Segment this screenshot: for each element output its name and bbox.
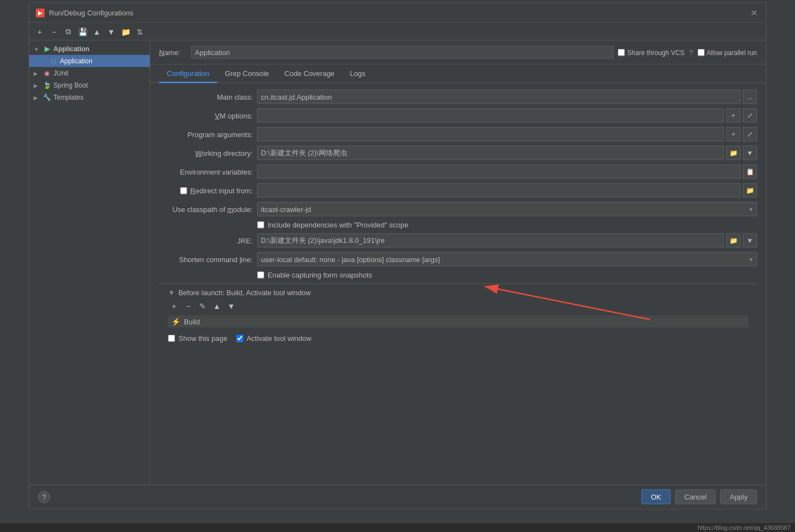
app-group-icon: ▶: [42, 45, 51, 53]
enable-snapshots-checkbox[interactable]: [257, 272, 264, 279]
activate-window-label[interactable]: Activate tool window: [236, 334, 312, 343]
remove-config-button[interactable]: −: [48, 25, 60, 37]
main-class-row: Main class: ...: [159, 90, 757, 104]
cancel-button[interactable]: Cancel: [675, 490, 716, 504]
tab-grep-console[interactable]: Grep Console: [217, 65, 276, 83]
close-button[interactable]: ✕: [750, 8, 759, 17]
main-class-label: Main class:: [159, 93, 253, 101]
sidebar-spring-label: Spring Boot: [53, 82, 88, 89]
vcs-help-icon: ?: [689, 48, 693, 57]
name-label: Name:: [159, 48, 187, 57]
main-class-input[interactable]: [257, 90, 740, 104]
classpath-module-label: Use classpath of module:: [159, 205, 253, 213]
activate-window-checkbox[interactable]: [236, 335, 243, 342]
redirect-input-browse-button[interactable]: 📁: [743, 183, 757, 198]
build-item: ⚡ Build: [168, 316, 748, 328]
tab-logs[interactable]: Logs: [342, 65, 373, 83]
build-icon: ⚡: [171, 317, 181, 326]
sidebar-junit-label: JUnit: [53, 69, 68, 77]
jre-input[interactable]: [257, 234, 724, 248]
enable-snapshots-label: Enable capturing form snapshots: [268, 271, 372, 279]
before-launch-remove-button[interactable]: −: [182, 300, 194, 312]
sort-button[interactable]: ⇅: [134, 25, 146, 37]
program-args-expand2-button[interactable]: ⤢: [743, 127, 757, 142]
sidebar-item-templates[interactable]: ▶ 🔧 Templates: [29, 91, 150, 104]
show-page-label[interactable]: Show this page: [168, 334, 227, 343]
program-args-field: + ⤢: [257, 127, 757, 142]
copy-config-button[interactable]: ⧉: [62, 25, 74, 37]
tab-configuration[interactable]: Configuration: [159, 65, 217, 83]
sidebar-item-junit[interactable]: ▶ ◉ JUnit: [29, 67, 150, 79]
spring-icon: 🍃: [42, 81, 51, 90]
allow-parallel-checkbox[interactable]: [698, 49, 705, 56]
jre-browse-button[interactable]: 📁: [726, 234, 740, 248]
share-vcs-label[interactable]: Share through VCS: [618, 48, 684, 56]
before-launch-section: ▼ Before launch: Build, Activate tool wi…: [159, 289, 757, 328]
program-args-expand-button[interactable]: +: [726, 127, 740, 142]
before-launch-label: Before launch: Build, Activate tool wind…: [178, 289, 311, 297]
working-dir-field: 📁 ▼: [257, 146, 757, 160]
env-vars-field: 📋: [257, 165, 757, 179]
shorten-cmd-select[interactable]: user-local default: none - java [options…: [257, 252, 757, 267]
ok-button[interactable]: OK: [641, 490, 671, 504]
allow-parallel-label[interactable]: Allow parallel run: [698, 48, 757, 56]
move-down-button[interactable]: ▼: [105, 25, 117, 37]
templates-icon: 🔧: [42, 93, 51, 102]
spring-expand-icon: ▶: [34, 82, 40, 88]
include-dependencies-checkbox[interactable]: [257, 221, 264, 229]
share-vcs-checkbox[interactable]: [618, 49, 625, 56]
footer-left: ?: [38, 491, 50, 503]
apply-button[interactable]: Apply: [720, 490, 757, 504]
working-dir-browse-button[interactable]: 📁: [726, 146, 740, 160]
env-vars-browse-button[interactable]: 📋: [743, 165, 757, 179]
name-input[interactable]: [191, 46, 613, 59]
redirect-input-field: 📁: [257, 183, 757, 198]
templates-expand-icon: ▶: [34, 94, 40, 100]
redirect-input-checkbox[interactable]: [180, 187, 187, 194]
classpath-module-select[interactable]: itcast-crawler-jd: [257, 202, 757, 216]
vm-options-expand-button[interactable]: +: [726, 108, 740, 123]
before-launch-add-button[interactable]: +: [168, 300, 180, 312]
move-up-button[interactable]: ▲: [91, 25, 103, 37]
jre-dropdown-button[interactable]: ▼: [743, 234, 757, 248]
working-dir-input[interactable]: [257, 146, 724, 160]
working-dir-label: Working directory:: [159, 149, 253, 157]
title-bar-left: ▶ Run/Debug Configurations: [36, 8, 133, 17]
before-launch-collapse-icon[interactable]: ▼: [168, 289, 175, 297]
add-config-button[interactable]: +: [34, 25, 46, 37]
vm-options-label: VM options:: [159, 111, 253, 120]
enable-snapshots-row: Enable capturing form snapshots: [257, 271, 757, 279]
build-label: Build: [184, 317, 200, 325]
working-dir-dropdown-button[interactable]: ▼: [743, 146, 757, 160]
tab-code-coverage[interactable]: Code Coverage: [277, 65, 342, 83]
program-args-input[interactable]: [257, 127, 724, 142]
sidebar-item-spring-boot[interactable]: ▶ 🍃 Spring Boot: [29, 79, 150, 91]
help-button[interactable]: ?: [38, 491, 50, 503]
share-vcs-text: Share through VCS: [627, 48, 684, 56]
folder-button[interactable]: 📁: [119, 25, 132, 37]
toolbar: + − ⧉ 💾 ▲ ▼ 📁 ⇅: [29, 23, 766, 41]
show-page-checkbox[interactable]: [168, 335, 175, 342]
env-vars-input[interactable]: [257, 165, 740, 179]
vm-options-expand2-button[interactable]: ⤢: [743, 108, 757, 123]
allow-parallel-text: Allow parallel run: [707, 48, 757, 56]
config-panel: Name: Share through VCS ? Allow parallel…: [150, 41, 766, 485]
before-launch-up-button[interactable]: ▲: [211, 300, 223, 312]
before-launch-down-button[interactable]: ▼: [225, 300, 237, 312]
save-config-button[interactable]: 💾: [77, 25, 89, 37]
sidebar-app-label: Application: [60, 57, 92, 65]
before-launch-edit-button[interactable]: ✎: [197, 300, 209, 312]
redirect-input-label: Redirect input from:: [159, 186, 253, 194]
main-class-field: ...: [257, 90, 757, 104]
redirect-input-input[interactable]: [257, 183, 740, 198]
jre-row: JRE: 📁 ▼: [159, 234, 757, 248]
tab-bar: Configuration Grep Console Code Coverage…: [150, 65, 766, 83]
vm-options-input[interactable]: [257, 108, 724, 123]
app-icon: □: [49, 57, 58, 66]
jre-field: 📁 ▼: [257, 234, 757, 248]
sidebar-item-application-group[interactable]: ▼ ▶ Application: [29, 43, 150, 55]
sidebar-item-application[interactable]: □ Application: [29, 55, 150, 67]
name-row: Name: Share through VCS ? Allow parallel…: [150, 41, 766, 65]
sidebar: ▼ ▶ Application □ Application ▶ ◉ JUnit …: [29, 41, 150, 485]
main-class-browse-button[interactable]: ...: [743, 90, 757, 104]
